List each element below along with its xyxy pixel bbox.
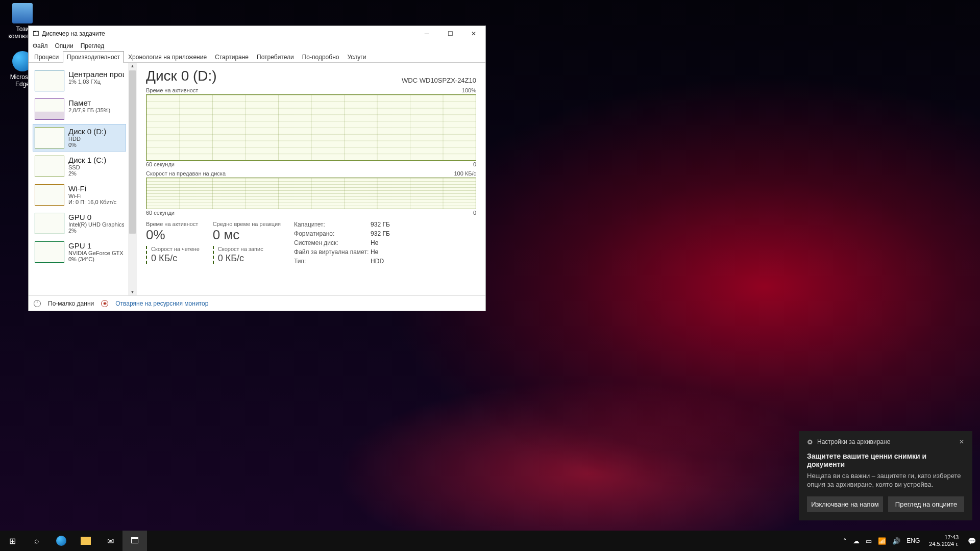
chart-xright: 0 xyxy=(473,210,476,216)
tab-details[interactable]: По-подробно xyxy=(298,51,344,63)
gpu-thumb xyxy=(35,213,64,234)
chart-xleft: 60 секунди xyxy=(146,210,175,216)
sidebar-item-sub: Wi-Fi xyxy=(68,193,124,199)
sidebar-item-cpu[interactable]: Централен процесор 1% 1,03 ГХц xyxy=(33,67,126,94)
collapse-icon[interactable]: ˄ xyxy=(34,300,41,307)
kv-grid: Капацитет:932 ГБ Форматирано:932 ГБ Сист… xyxy=(294,221,476,265)
kv-key: Системен диск: xyxy=(294,239,371,246)
taskbar-mail[interactable]: ✉ xyxy=(98,531,122,551)
kv-val: Не xyxy=(371,239,476,246)
taskbar-edge[interactable] xyxy=(49,531,74,551)
menu-options[interactable]: Опции xyxy=(55,42,74,49)
menubar: Файл Опции Преглед xyxy=(29,41,485,51)
menu-file[interactable]: Файл xyxy=(33,42,48,49)
sidebar-item-sub: Intel(R) UHD Graphics xyxy=(68,221,124,228)
maximize-button[interactable]: ☐ xyxy=(438,26,462,41)
disk-thumb xyxy=(35,127,64,148)
taskbar: ⊞ ⌕ ✉ 🗔 ˄ ☁ ▭ 📶 🔊 ENG 17:43 24.5.2024 г.… xyxy=(0,531,980,551)
sidebar-item-label: GPU 1 xyxy=(68,241,124,250)
sidebar-item-sub: 2,8/7,9 ГБ (35%) xyxy=(68,107,124,113)
backup-notification: ⚙ Настройки за архивиране ✕ Защитете ваш… xyxy=(799,431,972,520)
kv-val: HDD xyxy=(371,258,476,265)
chart-max: 100% xyxy=(462,87,476,93)
tab-users[interactable]: Потребители xyxy=(253,51,298,63)
notif-source: Настройки за архивиране xyxy=(817,438,890,445)
sidebar-item-memory[interactable]: Памет 2,8/7,9 ГБ (35%) xyxy=(33,95,126,123)
tray-date: 24.5.2024 г. xyxy=(929,541,959,547)
search-button[interactable]: ⌕ xyxy=(24,531,49,551)
statusbar: ˄ По-малко данни ◉ Отваряне на ресурсния… xyxy=(29,295,485,311)
tab-services[interactable]: Услуги xyxy=(343,51,370,63)
resmon-icon: ◉ xyxy=(101,300,108,307)
perf-sidebar: Централен процесор 1% 1,03 ГХц Памет 2,8… xyxy=(29,63,128,295)
perf-main: Диск 0 (D:) WDC WD10SPZX-24Z10 Време на … xyxy=(137,63,485,295)
tray-datetime[interactable]: 17:43 24.5.2024 г. xyxy=(926,534,962,547)
stats-row: Време на активност 0% Скорост на четене … xyxy=(146,221,476,265)
sidebar-item-gpu0[interactable]: GPU 0 Intel(R) UHD Graphics 2% xyxy=(33,210,126,237)
chart-label: Скорост на предаван на диска xyxy=(146,170,226,177)
sidebar-item-wifi[interactable]: Wi-Fi Wi-Fi И: 0 П: 16,0 Кбит/с xyxy=(33,181,126,209)
start-button[interactable]: ⊞ xyxy=(0,531,24,551)
task-manager-window: 🗔 Диспечер на задачите ─ ☐ ✕ Файл Опции … xyxy=(28,26,486,311)
kv-key: Капацитет: xyxy=(294,221,371,228)
this-pc-icon xyxy=(12,3,33,23)
scroll-up-icon[interactable]: ▲ xyxy=(131,64,135,68)
disk-thumb xyxy=(35,156,64,177)
tray-lang[interactable]: ENG xyxy=(906,537,920,544)
kv-key: Форматирано: xyxy=(294,230,371,237)
stat-label: Скорост на запис xyxy=(218,246,281,252)
close-button[interactable]: ✕ xyxy=(462,26,485,41)
tab-performance[interactable]: Производителност xyxy=(63,51,124,63)
close-icon[interactable]: ✕ xyxy=(959,438,964,445)
disk-model: WDC WD10SPZX-24Z10 xyxy=(402,77,476,84)
tray-notifications-icon[interactable]: 💬 xyxy=(968,537,976,545)
kv-val: 932 ГБ xyxy=(371,230,476,237)
sidebar-item-sub: HDD xyxy=(68,136,124,142)
notif-body: Нещата ви са важни – защитете ги, като и… xyxy=(807,471,964,489)
menu-view[interactable]: Преглед xyxy=(81,42,105,49)
sidebar-item-sub: 0% xyxy=(68,142,124,148)
chart-xleft: 60 секунди xyxy=(146,161,175,167)
net-thumb xyxy=(35,184,64,206)
open-resmon-link[interactable]: Отваряне на ресурсния монитор xyxy=(115,300,208,307)
sidebar-item-sub: SSD xyxy=(68,164,124,170)
sidebar-item-sub: 1% 1,03 ГХц xyxy=(68,79,124,85)
stat-value: 0 КБ/с xyxy=(151,253,200,264)
cpu-thumb xyxy=(35,70,64,91)
tab-bar: Процеси Производителност Хронология на п… xyxy=(29,51,485,63)
tab-startup[interactable]: Стартиране xyxy=(211,51,253,63)
taskbar-explorer[interactable] xyxy=(74,531,98,551)
tab-apphistory[interactable]: Хронология на приложение xyxy=(124,51,211,63)
sidebar-item-disk0[interactable]: Диск 0 (D:) HDD 0% xyxy=(33,124,126,152)
tray-chevron-icon[interactable]: ˄ xyxy=(843,537,847,545)
sidebar-scrollbar[interactable]: ▲ ▼ xyxy=(128,63,137,295)
sidebar-item-sub: 2% xyxy=(68,228,124,234)
sidebar-item-label: Диск 0 (D:) xyxy=(68,127,124,136)
scroll-down-icon[interactable]: ▼ xyxy=(131,290,135,294)
sidebar-item-label: Памет xyxy=(68,98,124,107)
tray-battery-icon[interactable]: ▭ xyxy=(866,537,872,545)
notif-view-button[interactable]: Преглед на опциите xyxy=(888,496,964,512)
sidebar-item-gpu1[interactable]: GPU 1 NVIDIA GeForce GTX 0% (34°C) xyxy=(33,238,126,266)
page-title: Диск 0 (D:) xyxy=(146,68,217,84)
fewer-details-link[interactable]: По-малко данни xyxy=(48,300,94,307)
stat-value: 0% xyxy=(146,227,200,243)
tray-wifi-icon[interactable]: 📶 xyxy=(878,537,886,545)
tray-onedrive-icon[interactable]: ☁ xyxy=(853,537,860,545)
scroll-thumb[interactable] xyxy=(129,70,136,234)
minimize-button[interactable]: ─ xyxy=(415,26,438,41)
notif-dismiss-button[interactable]: Изключване на напом xyxy=(807,496,883,512)
activity-chart-block: Време на активност 100% 60 секунди 0 xyxy=(146,87,476,167)
transfer-chart-block: Скорост на предаван на диска 100 КБ/с 60… xyxy=(146,170,476,216)
mem-thumb xyxy=(35,98,64,120)
tab-processes[interactable]: Процеси xyxy=(30,51,63,63)
tray-volume-icon[interactable]: 🔊 xyxy=(892,537,900,545)
kv-key: Тип: xyxy=(294,258,371,265)
taskbar-taskmgr[interactable]: 🗔 xyxy=(122,531,147,551)
sidebar-item-disk1[interactable]: Диск 1 (C:) SSD 2% xyxy=(33,153,126,180)
chart-max: 100 КБ/с xyxy=(454,170,476,177)
sidebar-item-label: Диск 1 (C:) xyxy=(68,156,124,164)
titlebar[interactable]: 🗔 Диспечер на задачите ─ ☐ ✕ xyxy=(29,26,485,41)
chart-xright: 0 xyxy=(473,161,476,167)
app-icon: 🗔 xyxy=(33,30,39,37)
